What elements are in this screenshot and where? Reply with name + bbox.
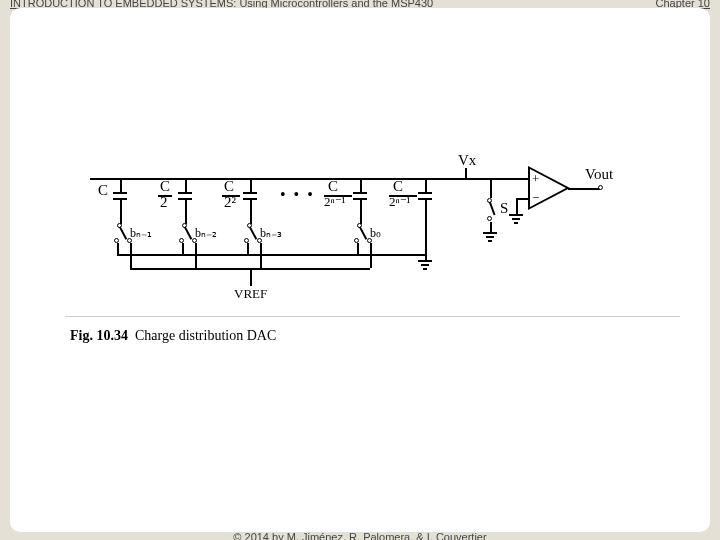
cap-label-4: C [393, 178, 403, 195]
circuit-diagram: C bₙ₋₁ C 2 bₙ₋₂ [80, 148, 640, 308]
den-label-4: 2ⁿ⁻¹ [389, 194, 411, 210]
slide-page: C bₙ₋₁ C 2 bₙ₋₂ [10, 8, 710, 532]
cap-label-3: C [328, 178, 338, 195]
cap-label-2: C [224, 178, 234, 195]
figure-caption: Fig. 10.34 Charge distribution DAC [70, 328, 276, 344]
bit-label-1: bₙ₋₂ [195, 226, 217, 241]
cap-label-1: C [160, 178, 170, 195]
figure: C bₙ₋₁ C 2 bₙ₋₂ [80, 148, 670, 308]
bit-label-2: bₙ₋₃ [260, 226, 282, 241]
ellipsis-icon: • • • [280, 186, 315, 204]
bit-label-3: b₀ [370, 226, 381, 241]
den-label-1: 2 [160, 194, 168, 211]
cap-label-0: C [98, 182, 108, 199]
den-label-2: 2² [224, 194, 236, 211]
vx-label: Vx [458, 152, 476, 169]
vout-label: Vout [585, 166, 613, 183]
den-label-3: 2ⁿ⁻¹ [324, 194, 346, 210]
opamp-minus: − [532, 190, 539, 206]
copyright-footer: © 2014 by M. Jiménez, R. Palomera, & I. … [0, 531, 720, 540]
bit-label-0: bₙ₋₁ [130, 226, 152, 241]
opamp-plus: + [532, 171, 539, 187]
switch-s-label: S [500, 200, 508, 217]
separator [65, 316, 680, 317]
vref-label: VREF [234, 286, 267, 302]
